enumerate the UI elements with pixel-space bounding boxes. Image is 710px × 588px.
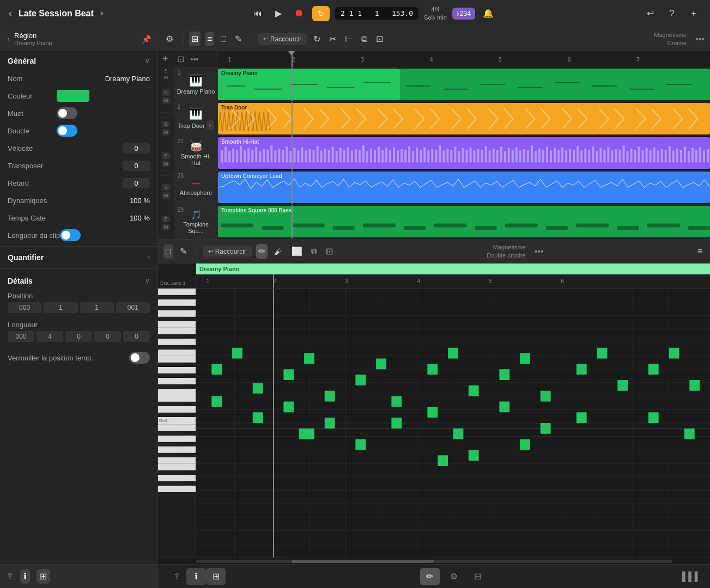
- edit-toolbar-btn[interactable]: ✎: [233, 32, 244, 46]
- transposer-input[interactable]: [123, 161, 150, 171]
- pos-field-1[interactable]: 000: [8, 302, 41, 313]
- retard-input[interactable]: [123, 178, 150, 188]
- undo-button[interactable]: ↩: [642, 6, 658, 21]
- record-button[interactable]: ⏺: [292, 6, 307, 21]
- track-2-expand[interactable]: ›: [207, 120, 214, 130]
- lock-toggle[interactable]: [129, 352, 150, 364]
- loop-toolbar-btn[interactable]: ↻: [311, 32, 323, 46]
- scrollbar-thumb[interactable]: [292, 560, 434, 563]
- pr-shortcut-btn[interactable]: ↩ Raccourcir: [203, 246, 252, 258]
- share-icon[interactable]: ⇪: [167, 568, 186, 585]
- key-ab3[interactable]: [158, 442, 183, 446]
- bars-icon[interactable]: ▌▌▌: [682, 568, 701, 585]
- key-f5[interactable]: [158, 321, 196, 328]
- key-g5[interactable]: [158, 310, 196, 317]
- key-b5[interactable]: [158, 289, 196, 295]
- key-f4[interactable]: [158, 389, 196, 395]
- key-e5[interactable]: [158, 328, 196, 334]
- key-d4[interactable]: [158, 406, 196, 413]
- velocite-input[interactable]: 0: [123, 143, 150, 154]
- piano-roll-scrollbar[interactable]: [158, 558, 710, 564]
- share-bottom-btn[interactable]: ⇪: [7, 571, 14, 581]
- key-c5[interactable]: [158, 350, 196, 356]
- pr-more-btn[interactable]: •••: [535, 247, 544, 256]
- pencil-mode-btn[interactable]: ✏: [420, 568, 440, 585]
- layout-bottom-btn[interactable]: ⊞: [37, 569, 50, 584]
- track-27-s-btn[interactable]: S: [162, 152, 169, 159]
- help-button[interactable]: ?: [664, 6, 679, 21]
- key-e4[interactable]: [158, 395, 196, 402]
- track-2-m-btn[interactable]: M: [162, 129, 171, 136]
- pr-lines-btn[interactable]: ≡: [695, 244, 705, 259]
- nom-value[interactable]: Dreamy Piano: [105, 75, 150, 83]
- list-toolbar-btn[interactable]: ≡: [205, 32, 214, 46]
- add-button[interactable]: +: [686, 6, 701, 21]
- track-more-btn[interactable]: •••: [191, 55, 199, 64]
- quantifier-row[interactable]: Quantifier ›: [0, 249, 157, 266]
- key-db5[interactable]: [158, 345, 183, 350]
- pr-pencil-btn[interactable]: ✏: [256, 244, 268, 259]
- cycle-button[interactable]: ↻: [312, 6, 330, 21]
- key-d3[interactable]: [158, 475, 196, 481]
- key-ab5[interactable]: [158, 306, 183, 310]
- pr-brush-btn[interactable]: 🖌: [272, 244, 285, 259]
- key-e3[interactable]: [158, 464, 196, 470]
- key-d5[interactable]: [158, 339, 196, 345]
- metronome-button[interactable]: 🔔: [481, 6, 496, 21]
- track-28-m-btn[interactable]: M: [162, 192, 171, 199]
- pos-field-3[interactable]: 1: [80, 302, 114, 313]
- window-toolbar-btn[interactable]: □: [219, 32, 228, 46]
- key-g4[interactable]: [158, 378, 196, 384]
- track-29-s-btn[interactable]: S: [162, 216, 169, 222]
- key-a4[interactable]: [158, 367, 196, 373]
- key-f3[interactable]: [158, 457, 196, 464]
- copy-track-btn[interactable]: ⧉: [359, 32, 369, 46]
- key-eb5[interactable]: [158, 334, 183, 339]
- grid-toolbar-btn[interactable]: ⊞: [189, 32, 201, 46]
- key-c4[interactable]: Do4: [158, 417, 196, 425]
- track-27-m-btn[interactable]: M: [162, 161, 171, 167]
- mixer-btn[interactable]: ⊟: [468, 568, 488, 585]
- track-1-s-btn[interactable]: S: [162, 89, 169, 96]
- split-toolbar-btn[interactable]: ⊢: [343, 32, 355, 46]
- key-bb4[interactable]: [158, 363, 183, 367]
- info-bottom-btn[interactable]: ℹ: [20, 569, 30, 584]
- layout-icon[interactable]: ⊞: [206, 568, 226, 585]
- copy-region-btn[interactable]: ⊡: [177, 54, 184, 64]
- key-g3[interactable]: [158, 446, 196, 453]
- paste-track-btn[interactable]: ⊡: [374, 32, 385, 46]
- muet-toggle[interactable]: [57, 107, 77, 119]
- longueur-clip-toggle[interactable]: [60, 229, 81, 241]
- dynamiques-value[interactable]: 100 %: [130, 197, 150, 205]
- key-c3[interactable]: [158, 486, 196, 492]
- pos-field-4[interactable]: 001: [116, 302, 150, 313]
- temps-gate-value[interactable]: 100 %: [130, 214, 150, 222]
- pin-icon[interactable]: 📌: [142, 35, 151, 44]
- key-b3[interactable]: [158, 425, 196, 431]
- key-a5[interactable]: [158, 299, 196, 306]
- info-icon[interactable]: ℹ: [186, 568, 206, 585]
- more-toolbar-btn[interactable]: •••: [695, 34, 705, 44]
- note-grid[interactable]: [196, 289, 710, 558]
- pr-window-btn[interactable]: □: [163, 244, 173, 259]
- len-field-3[interactable]: 0: [65, 331, 92, 342]
- piano-keys[interactable]: Do4: [158, 289, 196, 558]
- track-1-clip-2[interactable]: [400, 69, 710, 100]
- len-field-2[interactable]: 4: [37, 331, 63, 342]
- key-gb4[interactable]: [158, 384, 183, 389]
- track-1-m-btn[interactable]: M: [162, 97, 171, 104]
- play-button[interactable]: ▶: [271, 6, 286, 21]
- s-header[interactable]: S: [164, 68, 167, 74]
- key-gb5[interactable]: [158, 317, 183, 321]
- len-field-4[interactable]: 0: [94, 331, 121, 342]
- track-28-s-btn[interactable]: S: [162, 184, 169, 191]
- key-ab4[interactable]: [158, 373, 183, 378]
- pos-field-2[interactable]: 1: [44, 302, 77, 313]
- scrollbar-track[interactable]: [196, 560, 672, 563]
- len-field-1[interactable]: 000: [8, 331, 34, 342]
- key-eb4[interactable]: [158, 402, 183, 406]
- track-29-lane[interactable]: Tompkins Square 808 Bass: [218, 205, 710, 238]
- settings-mode-btn[interactable]: ⚙: [444, 568, 464, 585]
- key-eb3[interactable]: [158, 470, 183, 475]
- track-28-lane[interactable]: Uptown Conveyor Lead: [218, 170, 710, 204]
